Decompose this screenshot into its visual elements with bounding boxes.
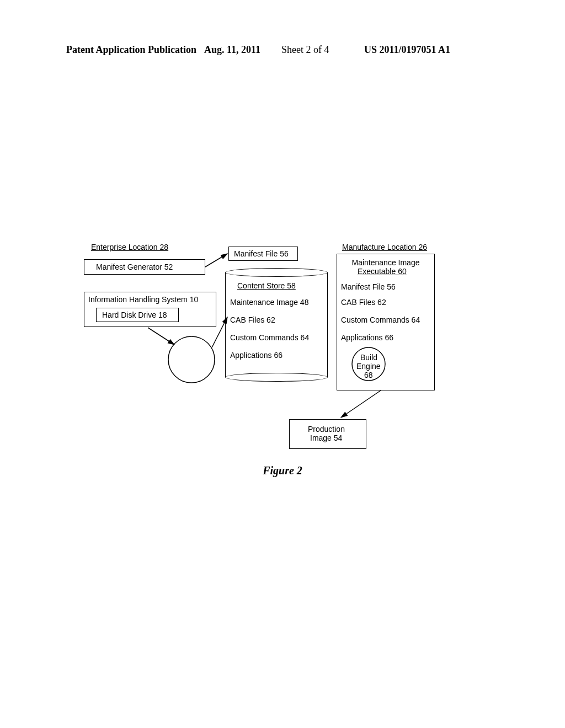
svg-line-2 [205,254,227,267]
header-sheet: Sheet 2 of 4 [281,44,329,56]
manufacture-location-label: Manufacture Location 26 [342,243,427,251]
production-image-l2: Image 54 [310,433,342,442]
maintenance-image-exec-l2: Executable 60 [358,267,407,276]
hard-disk-drive-label: Hard Disk Drive 18 [102,311,167,319]
content-store-applications: Applications 66 [230,351,282,360]
manufacture-applications: Applications 66 [341,333,393,342]
content-store-cylinder-bottom [225,373,328,382]
information-handling-system-label: Information Handling System 10 [88,295,198,304]
svg-line-3 [148,328,174,345]
svg-line-5 [341,390,381,417]
capture-l4: Utility 50 [177,370,206,378]
maintenance-image-exec-l1: Maintenance Image [344,258,427,267]
production-image-l1: Production [308,425,345,433]
figure-caption: Figure 2 [0,464,565,477]
manufacture-manifest-file: Manifest File 56 [341,282,396,291]
manifest-generator-label: Manifest Generator 52 [96,263,173,271]
capture-l1: Local [182,343,200,352]
manifest-file-label: Manifest File 56 [234,249,289,258]
capture-l3: Capture [177,361,205,370]
page: Patent Application Publication Aug. 11, … [0,0,565,728]
content-store-title: Content Store 58 [237,281,296,290]
header-publication: Patent Application Publication [66,44,196,56]
manufacture-custom-commands: Custom Commands 64 [341,315,420,324]
content-store-cylinder-top [225,268,328,277]
build-engine-l1: Build [360,353,377,362]
manufacture-cab-files: CAB Files 62 [341,298,386,307]
build-engine-l2: Engine [356,362,381,371]
header-date: Aug. 11, 2011 [204,44,260,56]
content-store-cab-files: CAB Files 62 [230,315,275,324]
enterprise-location-label: Enterprise Location 28 [91,243,168,251]
build-engine-l3: 68 [364,371,373,379]
content-store-maintenance-image: Maintenance Image 48 [230,298,308,307]
capture-l2: Image [180,352,202,361]
header-pubno: US 2011/0197051 A1 [364,44,450,56]
content-store-custom-commands: Custom Commands 64 [230,333,309,342]
